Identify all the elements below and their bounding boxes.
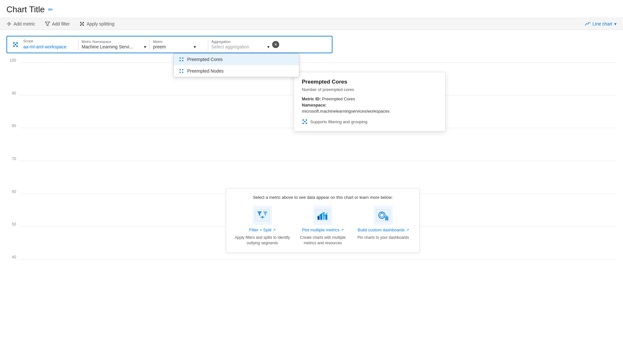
- info-panel: Select a metric above to see data appear…: [226, 188, 420, 253]
- svg-marker-6: [45, 22, 50, 26]
- aggregation-select[interactable]: Select aggregation ▾: [211, 44, 270, 49]
- tooltip-filter-label: Supports filtering and grouping: [310, 119, 367, 124]
- dashboards-label: Build custom dashboards: [358, 228, 405, 232]
- add-filter-label: Add filter: [52, 21, 70, 26]
- svg-point-21: [179, 69, 181, 70]
- info-card-filter-split: Filter + Split ↗ Apply filters and split…: [234, 206, 291, 246]
- plot-metrics-desc: Create charts with multiple metrics and …: [294, 235, 351, 246]
- svg-point-19: [179, 60, 181, 61]
- tooltip-metric-id-label: Metric ID:: [302, 96, 321, 101]
- add-metric-icon: [6, 21, 12, 26]
- dropdown-item-preempted-nodes-label: Preempted Nodes: [187, 68, 224, 74]
- chart-type-selector[interactable]: Line chart ▾: [585, 21, 617, 26]
- aggregation-chevron-icon: ▾: [267, 44, 270, 49]
- chart-title: Chart Title: [6, 5, 45, 15]
- dropdown-item-preempted-cores-label: Preempted Cores: [187, 57, 223, 62]
- y-label-40: 40: [3, 255, 16, 259]
- tooltip-namespace: Namespace:: [302, 103, 437, 107]
- metric-chevron-icon: ▾: [194, 44, 196, 49]
- grid-line-40: 40: [19, 259, 617, 259]
- svg-point-11: [82, 24, 83, 25]
- metric-tooltip-panel: Preempted Cores Number of preempted core…: [294, 72, 445, 131]
- filter-split-desc: Apply filters and splits to identify out…: [234, 235, 291, 246]
- edit-title-icon[interactable]: ✏: [48, 6, 53, 13]
- chart-type-label: Line chart: [593, 21, 612, 26]
- split-icon: [79, 21, 85, 26]
- svg-point-17: [179, 57, 181, 59]
- y-label-90: 90: [3, 91, 16, 96]
- chart-type-chevron-icon: ▾: [614, 21, 617, 26]
- tooltip-namespace-value: microsoft.machinelearningservices/worksp…: [302, 109, 437, 114]
- svg-point-14: [13, 46, 15, 47]
- plot-metrics-card-icon: [313, 206, 332, 225]
- metric-label: Metric: [153, 40, 205, 44]
- info-card-plot-metrics: Plot multiple metrics ↗ Create charts wi…: [294, 206, 351, 246]
- metric-input[interactable]: [153, 44, 192, 49]
- plot-metrics-link[interactable]: Plot multiple metrics ↗: [302, 228, 343, 232]
- info-panel-title: Select a metric above to see data appear…: [234, 195, 412, 200]
- filter-split-link[interactable]: Filter + Split ↗: [249, 228, 276, 232]
- separator-3: [208, 39, 208, 50]
- grid-line-70: 70: [19, 161, 617, 161]
- svg-rect-44: [385, 217, 388, 220]
- svg-point-16: [15, 44, 16, 46]
- svg-rect-30: [255, 209, 270, 221]
- svg-point-28: [306, 123, 307, 124]
- close-metric-button[interactable]: ✕: [272, 41, 279, 48]
- tooltip-namespace-label: Namespace:: [302, 103, 327, 107]
- aggregation-label: Aggregation: [211, 40, 270, 44]
- namespace-select[interactable]: Machine Learning Servi... ▾: [82, 44, 146, 49]
- namespace-field: Metric Namespace Machine Learning Servi.…: [82, 40, 146, 49]
- svg-point-23: [179, 72, 181, 73]
- apply-splitting-button[interactable]: Apply splitting: [79, 21, 114, 26]
- toolbar: Add metric Add filter Apply splitting Li…: [0, 18, 623, 30]
- tooltip-description: Number of preempted cores: [302, 87, 437, 92]
- preempted-nodes-icon: [179, 68, 184, 74]
- add-metric-button[interactable]: Add metric: [6, 21, 35, 26]
- apply-splitting-label: Apply splitting: [87, 21, 114, 26]
- info-cards: Filter + Split ↗ Apply filters and split…: [234, 206, 412, 246]
- dashboards-link[interactable]: Build custom dashboards ↗: [358, 228, 409, 232]
- svg-rect-45: [386, 215, 387, 217]
- filter-split-label: Filter + Split: [249, 228, 271, 232]
- metric-field: Metric ▾: [153, 40, 205, 49]
- svg-point-20: [182, 60, 183, 61]
- svg-point-26: [306, 119, 307, 121]
- filter-split-card-icon: [253, 206, 272, 225]
- tooltip-metric-id: Metric ID: Preempted Cores: [302, 96, 437, 101]
- add-filter-button[interactable]: Add filter: [45, 21, 70, 26]
- namespace-label: Metric Namespace: [82, 40, 146, 44]
- svg-point-22: [182, 69, 183, 70]
- aggregation-placeholder: Select aggregation: [211, 44, 265, 49]
- dropdown-item-preempted-nodes[interactable]: Preempted Nodes: [174, 65, 299, 77]
- dropdown-item-preempted-cores[interactable]: Preempted Cores: [174, 54, 299, 65]
- namespace-value: Machine Learning Servi...: [82, 44, 142, 49]
- svg-point-12: [13, 42, 15, 44]
- plot-metrics-external-icon: ↗: [341, 228, 344, 232]
- scope-field: Scope: [23, 39, 75, 50]
- svg-point-29: [304, 121, 305, 122]
- svg-point-9: [80, 25, 81, 26]
- chart-title-area: Chart Title ✏: [0, 0, 623, 18]
- svg-point-13: [16, 42, 18, 44]
- metric-dropdown: Preempted Cores Preempted Nodes: [173, 53, 299, 77]
- separator-1: [78, 39, 78, 50]
- info-card-dashboards: Build custom dashboards ↗ Pin charts to …: [355, 206, 412, 246]
- grid-line-100: 100: [19, 62, 617, 63]
- metric-row: Scope Metric Namespace Machine Learning …: [0, 30, 623, 59]
- plot-metrics-label: Plot multiple metrics: [302, 228, 339, 232]
- filter-dots-icon: [302, 119, 308, 125]
- metric-form: Scope Metric Namespace Machine Learning …: [6, 36, 332, 53]
- scope-input[interactable]: [23, 44, 75, 50]
- svg-point-24: [182, 72, 183, 73]
- metric-dot-icon: [11, 40, 20, 49]
- svg-point-15: [16, 46, 18, 47]
- dashboards-external-icon: ↗: [406, 228, 409, 232]
- y-label-60: 60: [3, 189, 16, 194]
- filter-icon: [45, 21, 50, 26]
- svg-point-25: [302, 119, 304, 121]
- y-label-70: 70: [3, 157, 16, 161]
- aggregation-field: Aggregation Select aggregation ▾: [211, 40, 270, 49]
- svg-point-10: [83, 25, 84, 26]
- svg-point-7: [80, 22, 81, 23]
